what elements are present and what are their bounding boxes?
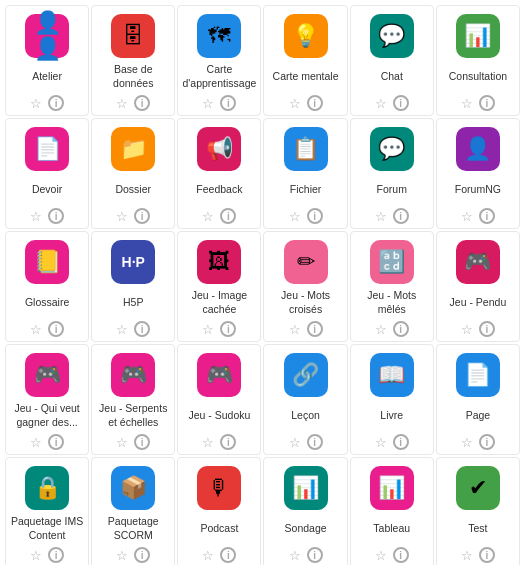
item-page: 📄Page☆i (436, 344, 520, 455)
item-carte-mentale: 💡Carte mentale☆i (263, 5, 347, 116)
info-base-de-donnees[interactable]: i (134, 95, 150, 111)
info-devoir[interactable]: i (48, 208, 64, 224)
info-jeu-pendu[interactable]: i (479, 321, 495, 337)
star-dossier[interactable]: ☆ (116, 209, 128, 224)
star-atelier[interactable]: ☆ (30, 96, 42, 111)
item-test: ✔Test☆i (436, 457, 520, 565)
activity-grid: 👤👤Atelier☆i🗄Base de données☆i🗺Carte d'ap… (0, 0, 525, 565)
item-jeu-mots-meles: 🔡Jeu - Mots mêlés☆i (350, 231, 434, 342)
icon-feedback: 📢 (197, 127, 241, 171)
star-carte-apprentissage[interactable]: ☆ (202, 96, 214, 111)
info-carte-mentale[interactable]: i (307, 95, 323, 111)
star-sondage[interactable]: ☆ (289, 548, 301, 563)
info-podcast[interactable]: i (220, 547, 236, 563)
star-consultation[interactable]: ☆ (461, 96, 473, 111)
star-livre[interactable]: ☆ (375, 435, 387, 450)
icon-base-de-donnees: 🗄 (111, 14, 155, 58)
star-chat[interactable]: ☆ (375, 96, 387, 111)
info-lecon[interactable]: i (307, 434, 323, 450)
star-podcast[interactable]: ☆ (202, 548, 214, 563)
item-paquetage-scorm: 📦Paquetage SCORM☆i (91, 457, 175, 565)
info-chat[interactable]: i (393, 95, 409, 111)
info-forum[interactable]: i (393, 208, 409, 224)
info-jeu-serpents[interactable]: i (134, 434, 150, 450)
icon-sondage: 📊 (284, 466, 328, 510)
label-jeu-qui-veut: Jeu - Qui veut gagner des... (10, 402, 84, 430)
label-consultation: Consultation (449, 63, 507, 91)
item-base-de-donnees: 🗄Base de données☆i (91, 5, 175, 116)
info-page[interactable]: i (479, 434, 495, 450)
item-sondage: 📊Sondage☆i (263, 457, 347, 565)
info-jeu-mots-croises[interactable]: i (307, 321, 323, 337)
item-h5p: H·PH5P☆i (91, 231, 175, 342)
star-jeu-serpents[interactable]: ☆ (116, 435, 128, 450)
item-podcast: 🎙Podcast☆i (177, 457, 261, 565)
icon-forumng: 👤 (456, 127, 500, 171)
label-jeu-pendu: Jeu - Pendu (450, 289, 507, 317)
info-sondage[interactable]: i (307, 547, 323, 563)
icon-jeu-image-cachee: 🖼 (197, 240, 241, 284)
info-atelier[interactable]: i (48, 95, 64, 111)
label-paquetage-ims: Paquetage IMS Content (10, 515, 84, 543)
star-devoir[interactable]: ☆ (30, 209, 42, 224)
info-carte-apprentissage[interactable]: i (220, 95, 236, 111)
star-fichier[interactable]: ☆ (289, 209, 301, 224)
icon-tableau: 📊 (370, 466, 414, 510)
label-page: Page (466, 402, 491, 430)
info-paquetage-ims[interactable]: i (48, 547, 64, 563)
info-jeu-image-cachee[interactable]: i (220, 321, 236, 337)
info-h5p[interactable]: i (134, 321, 150, 337)
info-paquetage-scorm[interactable]: i (134, 547, 150, 563)
star-test[interactable]: ☆ (461, 548, 473, 563)
label-sondage: Sondage (285, 515, 327, 543)
label-jeu-serpents: Jeu - Serpents et échelles (96, 402, 170, 430)
star-page[interactable]: ☆ (461, 435, 473, 450)
star-forum[interactable]: ☆ (375, 209, 387, 224)
item-consultation: 📊Consultation☆i (436, 5, 520, 116)
star-paquetage-scorm[interactable]: ☆ (116, 548, 128, 563)
star-carte-mentale[interactable]: ☆ (289, 96, 301, 111)
star-base-de-donnees[interactable]: ☆ (116, 96, 128, 111)
star-paquetage-ims[interactable]: ☆ (30, 548, 42, 563)
star-glossaire[interactable]: ☆ (30, 322, 42, 337)
info-fichier[interactable]: i (307, 208, 323, 224)
label-fichier: Fichier (290, 176, 322, 204)
item-jeu-qui-veut: 🎮Jeu - Qui veut gagner des...☆i (5, 344, 89, 455)
item-chat: 💬Chat☆i (350, 5, 434, 116)
item-jeu-mots-croises: ✏Jeu - Mots croisés☆i (263, 231, 347, 342)
label-glossaire: Glossaire (25, 289, 69, 317)
info-feedback[interactable]: i (220, 208, 236, 224)
star-lecon[interactable]: ☆ (289, 435, 301, 450)
star-h5p[interactable]: ☆ (116, 322, 128, 337)
info-jeu-mots-meles[interactable]: i (393, 321, 409, 337)
label-jeu-mots-croises: Jeu - Mots croisés (268, 289, 342, 317)
info-jeu-qui-veut[interactable]: i (48, 434, 64, 450)
icon-dossier: 📁 (111, 127, 155, 171)
item-tableau: 📊Tableau☆i (350, 457, 434, 565)
label-forum: Forum (377, 176, 407, 204)
info-test[interactable]: i (479, 547, 495, 563)
star-forumng[interactable]: ☆ (461, 209, 473, 224)
item-lecon: 🔗Leçon☆i (263, 344, 347, 455)
star-jeu-mots-meles[interactable]: ☆ (375, 322, 387, 337)
info-livre[interactable]: i (393, 434, 409, 450)
label-dossier: Dossier (115, 176, 151, 204)
info-dossier[interactable]: i (134, 208, 150, 224)
star-jeu-sudoku[interactable]: ☆ (202, 435, 214, 450)
icon-jeu-pendu: 🎮 (456, 240, 500, 284)
info-forumng[interactable]: i (479, 208, 495, 224)
star-jeu-mots-croises[interactable]: ☆ (289, 322, 301, 337)
info-glossaire[interactable]: i (48, 321, 64, 337)
star-jeu-pendu[interactable]: ☆ (461, 322, 473, 337)
star-tableau[interactable]: ☆ (375, 548, 387, 563)
icon-jeu-serpents: 🎮 (111, 353, 155, 397)
item-jeu-serpents: 🎮Jeu - Serpents et échelles☆i (91, 344, 175, 455)
info-consultation[interactable]: i (479, 95, 495, 111)
star-jeu-image-cachee[interactable]: ☆ (202, 322, 214, 337)
label-forumng: ForumNG (455, 176, 501, 204)
info-jeu-sudoku[interactable]: i (220, 434, 236, 450)
info-tableau[interactable]: i (393, 547, 409, 563)
star-feedback[interactable]: ☆ (202, 209, 214, 224)
star-jeu-qui-veut[interactable]: ☆ (30, 435, 42, 450)
icon-h5p: H·P (111, 240, 155, 284)
